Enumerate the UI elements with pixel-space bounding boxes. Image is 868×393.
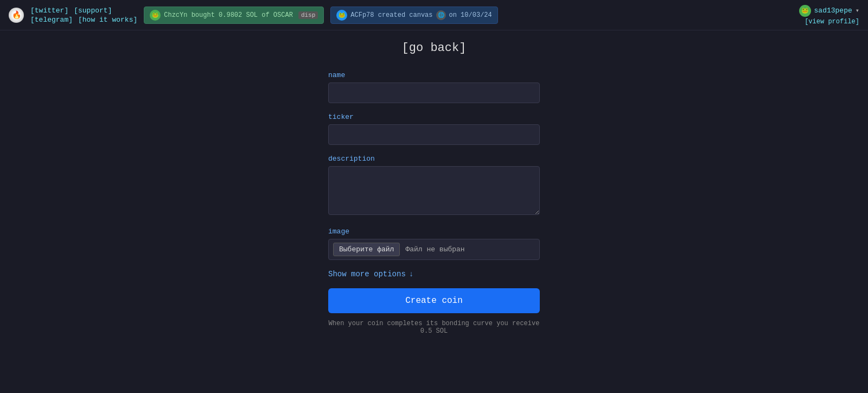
bonding-curve-note: When your coin completes its bonding cur…	[328, 320, 540, 335]
support-link[interactable]: [support]	[74, 7, 112, 15]
description-field-wrapper: description	[328, 155, 540, 218]
name-field-wrapper: name	[328, 71, 540, 103]
description-input[interactable]	[328, 166, 540, 215]
notification-2-avatar: 🐸	[336, 10, 347, 21]
file-input-wrapper[interactable]: Выберите файл Файл не выбран	[328, 239, 540, 260]
create-coin-button[interactable]: Create coin	[328, 288, 540, 313]
main-content: [go back] name ticker description image …	[0, 30, 868, 357]
notification-2-date: on 10/03/24	[449, 11, 492, 19]
ticker-input[interactable]	[328, 124, 540, 145]
description-label: description	[328, 155, 540, 163]
image-label: image	[328, 227, 540, 236]
notification-1-text: ChzcYn bought 0.9802 SOL of OSCAR	[164, 11, 293, 19]
view-profile-link[interactable]: [view profile]	[805, 18, 859, 26]
show-more-options-button[interactable]: Show more options ↓	[328, 270, 540, 278]
profile-name[interactable]: sad13pepe	[814, 7, 852, 15]
twitter-link[interactable]: [twitter]	[30, 7, 68, 15]
header: 🔥 [twitter] [support] [telegram] [how it…	[0, 0, 868, 30]
form-container: name ticker description image Выберите ф…	[328, 71, 540, 335]
profile-avatar: 🐸	[799, 5, 811, 17]
notification-2[interactable]: 🐸 ACFp78 created canvas 🌐 on 10/03/24	[330, 7, 497, 24]
name-input[interactable]	[328, 83, 540, 103]
ticker-label: ticker	[328, 113, 540, 121]
profile-top: 🐸 sad13pepe ▾	[799, 5, 859, 17]
ticker-field-wrapper: ticker	[328, 113, 540, 145]
notification-1-badge: disp	[298, 11, 318, 19]
notification-1[interactable]: 🐸 ChzcYn bought 0.9802 SOL of OSCAR disp	[144, 7, 324, 24]
profile-dropdown-arrow[interactable]: ▾	[856, 7, 859, 15]
globe-icon: 🌐	[436, 10, 446, 20]
profile-section: 🐸 sad13pepe ▾ [view profile]	[799, 5, 859, 26]
notification-2-text: ACFp78 created canvas	[350, 11, 432, 19]
nav-links: [twitter] [support] [telegram] [how it w…	[30, 7, 137, 24]
telegram-link[interactable]: [telegram]	[30, 16, 73, 24]
go-back-link[interactable]: [go back]	[402, 41, 467, 55]
show-more-options-arrow: ↓	[409, 270, 413, 278]
how-it-works-link[interactable]: [how it works]	[78, 16, 137, 24]
show-more-options-label: Show more options	[328, 270, 406, 278]
file-choose-button[interactable]: Выберите файл	[333, 243, 400, 256]
image-field-wrapper: image Выберите файл Файл не выбран	[328, 227, 540, 260]
logo-icon: 🔥	[9, 8, 24, 23]
notification-1-avatar: 🐸	[150, 10, 161, 21]
name-label: name	[328, 71, 540, 79]
file-no-chosen-label: Файл не выбран	[405, 245, 464, 253]
